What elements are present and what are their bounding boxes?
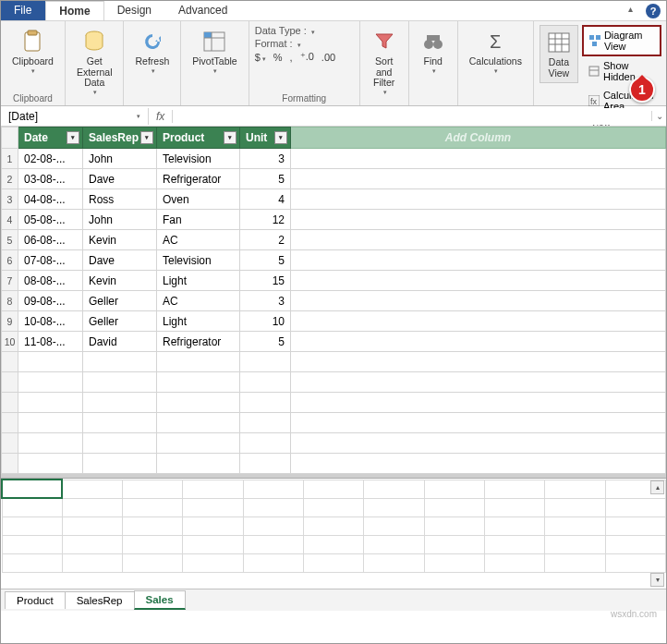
cell-date[interactable]: 11-08-... (18, 332, 83, 352)
cell-salesrep[interactable]: Ross (83, 189, 157, 210)
cell-unit[interactable]: 5 (240, 250, 291, 271)
cell-date[interactable]: 04-08-... (18, 189, 83, 210)
cell-empty[interactable] (291, 250, 666, 271)
cell-unit[interactable]: 3 (240, 149, 291, 169)
cell-empty[interactable] (291, 332, 666, 352)
cell-product[interactable]: Light (157, 271, 240, 291)
row-header[interactable]: 7 (2, 271, 18, 291)
scroll-up-icon[interactable]: ▴ (650, 480, 664, 494)
cell-date[interactable]: 02-08-... (18, 149, 83, 169)
cell-salesrep[interactable]: Geller (83, 311, 157, 332)
formula-input[interactable] (173, 108, 651, 125)
cell-product[interactable]: Fan (157, 210, 240, 230)
menu-home[interactable]: Home (45, 1, 103, 20)
cell-product[interactable]: AC (157, 291, 240, 311)
cell-date[interactable]: 08-08-... (18, 271, 83, 291)
get-external-data-button[interactable]: Get External Data▾ (71, 25, 118, 100)
calculations-button[interactable]: Σ Calculations▾ (464, 25, 528, 79)
cell-salesrep[interactable]: Kevin (83, 271, 157, 291)
cell-unit[interactable]: 5 (240, 332, 291, 352)
cell-unit[interactable]: 15 (240, 271, 291, 291)
row-header[interactable]: 1 (2, 149, 18, 169)
pivottable-button[interactable]: PivotTable▾ (187, 25, 242, 79)
cell-empty[interactable] (291, 271, 666, 291)
cell-product[interactable]: Refrigerator (157, 332, 240, 352)
col-header-unit[interactable]: Unit▾ (240, 128, 291, 149)
cell-product[interactable]: Refrigerator (157, 169, 240, 189)
scroll-down-icon[interactable]: ▾ (650, 573, 664, 587)
decimal-decrease-button[interactable]: .00 (321, 52, 335, 63)
cell-product[interactable]: Light (157, 311, 240, 332)
menu-file[interactable]: File (1, 1, 45, 20)
cell-salesrep[interactable]: John (83, 210, 157, 230)
cell-unit[interactable]: 12 (240, 210, 291, 230)
fx-label[interactable]: fx (149, 110, 173, 123)
sheet-tab-sales[interactable]: Sales (134, 590, 186, 610)
filter-icon[interactable]: ▾ (274, 131, 287, 144)
row-header[interactable]: 2 (2, 169, 18, 189)
ribbon-collapse-icon[interactable]: ▴ (621, 1, 640, 20)
cell-date[interactable]: 05-08-... (18, 210, 83, 230)
cell-date[interactable]: 06-08-... (18, 230, 83, 250)
cell-salesrep[interactable]: Dave (83, 250, 157, 271)
clipboard-button[interactable]: Clipboard▾ (6, 25, 59, 79)
decimal-increase-button[interactable]: ⁺.0 (300, 51, 314, 63)
sheet-tab-salesrep[interactable]: SalesRep (65, 591, 135, 609)
cell-salesrep[interactable]: Geller (83, 291, 157, 311)
col-header-salesrep[interactable]: SalesRep▾ (83, 128, 157, 149)
row-header[interactable]: 9 (2, 311, 18, 332)
row-header[interactable]: 4 (2, 210, 18, 230)
cell-date[interactable]: 09-08-... (18, 291, 83, 311)
cell-salesrep[interactable]: John (83, 149, 157, 169)
formula-expand-icon[interactable]: ⌄ (651, 111, 666, 121)
cell-salesrep[interactable]: Kevin (83, 230, 157, 250)
cell-unit[interactable]: 4 (240, 189, 291, 210)
cell-empty[interactable] (291, 149, 666, 169)
measure-cell-selected[interactable] (2, 480, 62, 498)
row-header[interactable]: 6 (2, 250, 18, 271)
sheet-tab-product[interactable]: Product (5, 591, 66, 609)
row-header[interactable]: 10 (2, 332, 18, 352)
cell-unit[interactable]: 10 (240, 311, 291, 332)
diagram-view-button[interactable]: Diagram View (582, 25, 661, 56)
cell-date[interactable]: 07-08-... (18, 250, 83, 271)
filter-icon[interactable]: ▾ (67, 131, 79, 144)
name-box-dropdown-icon[interactable]: ▾ (137, 113, 140, 120)
sort-filter-button[interactable]: Sort and Filter▾ (366, 25, 403, 100)
menu-design[interactable]: Design (104, 1, 165, 20)
percent-button[interactable]: % (273, 52, 283, 63)
cell-empty[interactable] (291, 230, 666, 250)
menu-advanced[interactable]: Advanced (165, 1, 241, 20)
col-header-date[interactable]: Date▾ (18, 128, 83, 149)
col-header-product[interactable]: Product▾ (157, 128, 240, 149)
currency-button[interactable]: $▾ (255, 52, 266, 63)
cell-unit[interactable]: 3 (240, 291, 291, 311)
help-icon[interactable]: ? (646, 4, 661, 18)
cell-unit[interactable]: 5 (240, 169, 291, 189)
cell-empty[interactable] (291, 169, 666, 189)
comma-button[interactable]: , (290, 52, 293, 63)
cell-product[interactable]: Television (157, 149, 240, 169)
find-button[interactable]: Find▾ (415, 25, 452, 79)
row-header[interactable]: 8 (2, 291, 18, 311)
cell-empty[interactable] (291, 189, 666, 210)
cell-product[interactable]: AC (157, 230, 240, 250)
name-box[interactable]: [Date] ▾ (1, 108, 149, 125)
refresh-button[interactable]: Refresh▾ (129, 25, 175, 79)
row-header[interactable]: 3 (2, 189, 18, 210)
cell-unit[interactable]: 2 (240, 230, 291, 250)
corner-cell[interactable] (2, 128, 18, 149)
filter-icon[interactable]: ▾ (140, 131, 153, 144)
cell-salesrep[interactable]: Dave (83, 169, 157, 189)
cell-product[interactable]: Television (157, 250, 240, 271)
cell-empty[interactable] (291, 291, 666, 311)
data-view-button[interactable]: Data View (540, 25, 578, 83)
row-header[interactable]: 5 (2, 230, 18, 250)
filter-icon[interactable]: ▾ (224, 131, 236, 144)
cell-date[interactable]: 10-08-... (18, 311, 83, 332)
cell-empty[interactable] (291, 210, 666, 230)
cell-empty[interactable] (291, 311, 666, 332)
cell-salesrep[interactable]: David (83, 332, 157, 352)
cell-date[interactable]: 03-08-... (18, 169, 83, 189)
add-column[interactable]: Add Column (291, 128, 666, 149)
